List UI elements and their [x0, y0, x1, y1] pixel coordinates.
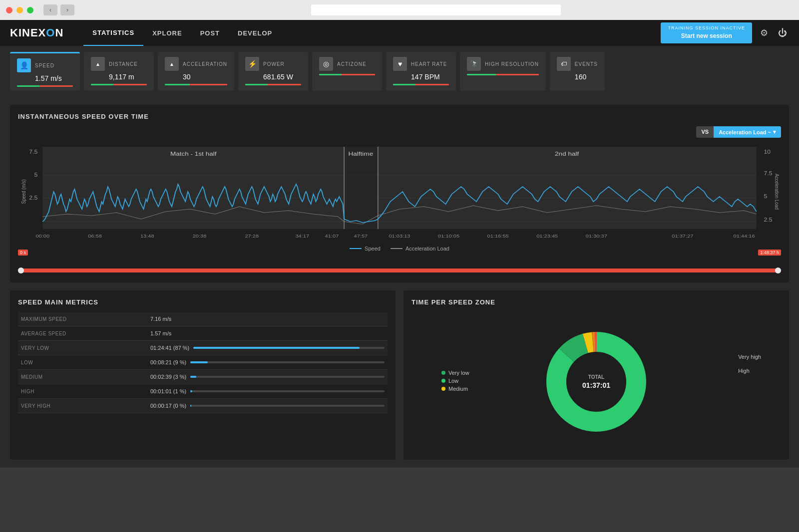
distance-value: 9,117 m	[91, 73, 147, 81]
timeline-handle-left[interactable]	[18, 267, 24, 273]
svg-text:2nd half: 2nd half	[555, 151, 579, 157]
svg-text:06:58: 06:58	[88, 234, 102, 239]
nav-post[interactable]: POST	[191, 20, 229, 46]
metric-label: VERY HIGH	[18, 399, 147, 413]
metric-card-distance[interactable]: ▲ DISTANCE 9,117 m	[84, 52, 154, 91]
window-chrome: ‹ ›	[0, 0, 799, 20]
speed-legend-line	[350, 248, 362, 249]
metric-card-high-resolution[interactable]: 🔭 HIGH RESOLUTION	[460, 52, 546, 91]
metric-value: 7.16 m/s	[147, 312, 388, 326]
medium-dot	[441, 387, 445, 391]
svg-text:34:17: 34:17	[295, 234, 309, 239]
power-icon[interactable]: ⏻	[776, 26, 789, 40]
speed-metrics-table: MAXIMUM SPEED 7.16 m/s AVERAGE SPEED 1.5…	[18, 312, 388, 413]
svg-text:7.5: 7.5	[29, 149, 37, 155]
back-btn[interactable]: ‹	[43, 4, 57, 15]
timeline-handle-right[interactable]	[775, 267, 781, 273]
very-high-value: 00:00:17 (0 %)	[150, 403, 186, 409]
power-colorbar	[245, 84, 301, 85]
svg-rect-11	[42, 147, 344, 229]
speed-legend-label: Speed	[365, 246, 381, 252]
svg-text:01:37:01: 01:37:01	[582, 381, 610, 389]
nav-develop[interactable]: DEVELOP	[229, 20, 281, 46]
vs-label: VS	[696, 126, 714, 138]
speed-label: SPEED	[35, 63, 54, 68]
svg-text:27:28: 27:28	[245, 234, 259, 239]
metric-value: 00:02:39 (3 %)	[147, 370, 388, 384]
accel-legend-label: Acceleration Load	[405, 246, 449, 252]
timeline-end-label: 1:48:37 h	[758, 250, 781, 256]
power-value: 681.65 W	[245, 73, 301, 81]
metric-card-heart-rate[interactable]: ♥ HEART RATE 147 BPM	[386, 52, 456, 91]
settings-icon[interactable]: ⚙	[758, 25, 770, 40]
svg-text:47:57: 47:57	[354, 234, 368, 239]
svg-text:7.5: 7.5	[764, 171, 772, 176]
chevron-down-icon: ▾	[773, 129, 776, 135]
svg-text:01:03:13: 01:03:13	[389, 234, 410, 239]
metric-card-acceleration[interactable]: ▲ ACCELERATION 30	[158, 52, 234, 91]
high-res-icon: 🔭	[467, 57, 481, 71]
legend-item-low: Low	[441, 378, 469, 384]
svg-text:2.5: 2.5	[29, 195, 37, 201]
metric-card-events[interactable]: 🏷 EVENTS 160	[550, 52, 605, 91]
metric-card-power[interactable]: ⚡ POWER 681.65 W	[238, 52, 308, 91]
power-label: POWER	[263, 61, 285, 67]
legend-item-medium: Medium	[441, 386, 469, 392]
timeline-track[interactable]	[18, 268, 781, 272]
dropdown-label: Acceleration Load ~	[719, 129, 771, 135]
address-bar[interactable]	[311, 4, 561, 15]
session-button[interactable]: TRAINING SESSION INACTIVE Start new sess…	[661, 22, 752, 43]
low-zone-label: Low	[448, 378, 458, 384]
metric-label: VERY LOW	[18, 341, 147, 355]
actizone-colorbar	[319, 74, 375, 75]
table-row: VERY LOW 01:24:41 (87 %)	[18, 341, 388, 355]
events-icon: 🏷	[557, 57, 571, 71]
speed-metrics-title: SPEED MAIN METRICS	[18, 298, 388, 306]
svg-text:10: 10	[764, 149, 771, 155]
svg-text:41:07: 41:07	[325, 234, 339, 239]
metric-value: 1.57 m/s	[147, 326, 388, 341]
session-start-label: Start new session	[681, 32, 732, 39]
speed-zone-panel: TIME PER SPEED ZONE Very low Low Medium	[403, 290, 789, 460]
nav-xplore[interactable]: XPLORE	[143, 20, 191, 46]
actizone-label: ACTIZONE	[337, 61, 367, 67]
medium-bar	[190, 376, 385, 378]
main-content: INSTANTANEOUS SPEED OVER TIME VS Acceler…	[0, 97, 799, 468]
top-nav: KINEXON STATISTICS XPLORE POST DEVELOP T…	[0, 20, 799, 46]
very-low-value: 01:24:41 (87 %)	[150, 345, 189, 351]
low-bar-fill	[190, 361, 208, 363]
high-bar-fill	[190, 390, 192, 392]
svg-text:00:00: 00:00	[35, 234, 49, 239]
speed-value: 1.57 m/s	[17, 74, 73, 82]
svg-text:Acceleration Load: Acceleration Load	[774, 174, 780, 210]
svg-text:01:44:16: 01:44:16	[734, 234, 756, 239]
close-btn[interactable]	[6, 7, 12, 13]
table-row: HIGH 00:01:01 (1 %)	[18, 384, 388, 399]
table-row: MAXIMUM SPEED 7.16 m/s	[18, 312, 388, 326]
acceleration-value: 30	[165, 73, 227, 81]
acceleration-load-dropdown[interactable]: Acceleration Load ~ ▾	[714, 126, 781, 138]
nav-statistics[interactable]: STATISTICS	[83, 20, 143, 46]
bottom-panels: SPEED MAIN METRICS MAXIMUM SPEED 7.16 m/…	[10, 290, 789, 460]
chart-area: 7.5 5 2.5 10 7.5 5 2.5 Match - 1st half …	[18, 142, 781, 242]
svg-text:5: 5	[34, 172, 38, 178]
table-row: AVERAGE SPEED 1.57 m/s	[18, 326, 388, 341]
timeline-section: 0 s 1:48:37 h	[18, 257, 781, 274]
high-res-label: HIGH RESOLUTION	[485, 61, 539, 67]
maximize-btn[interactable]	[27, 7, 33, 13]
svg-text:Halftime: Halftime	[349, 151, 374, 157]
svg-text:01:37:27: 01:37:27	[672, 234, 694, 239]
svg-text:Match - 1st half: Match - 1st half	[170, 151, 217, 157]
forward-btn[interactable]: ›	[60, 4, 74, 15]
metric-label: MAXIMUM SPEED	[18, 312, 147, 326]
low-value: 00:08:21 (9 %)	[150, 359, 186, 365]
metric-card-actizone[interactable]: ◎ ACTIZONE	[312, 52, 382, 91]
high-value: 00:01:01 (1 %)	[150, 388, 186, 394]
speed-icon: 👤	[17, 58, 31, 72]
metric-card-speed[interactable]: 👤 SPEED 1.57 m/s	[10, 52, 80, 91]
session-inactive-label: TRAINING SESSION INACTIVE	[668, 25, 745, 31]
medium-value: 00:02:39 (3 %)	[150, 374, 186, 380]
power-card-icon: ⚡	[245, 57, 259, 71]
minimize-btn[interactable]	[16, 7, 23, 13]
svg-text:Speed (m/s): Speed (m/s)	[20, 180, 26, 204]
